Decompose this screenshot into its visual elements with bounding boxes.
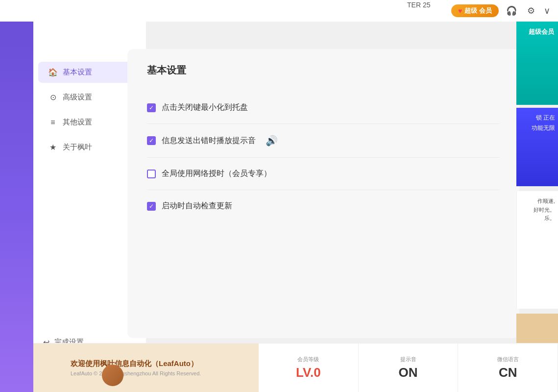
list-icon: ≡: [48, 118, 58, 127]
lock-panel: 锁 正在 功能无限: [516, 108, 558, 186]
msg-text-1: 作顺遂,: [520, 197, 555, 206]
stat-item-level: 会员等级 LV.0: [259, 343, 359, 392]
setting-item-auto-update: 启动时自动检查更新: [147, 190, 500, 222]
msg-panel: 作顺遂, 好时光。 乐。: [516, 191, 558, 309]
checkbox-minimize[interactable]: [147, 103, 156, 112]
settings-icon[interactable]: ⚙: [524, 4, 538, 18]
setting-item-minimize: 点击关闭键最小化到托盘: [147, 92, 500, 124]
bottom-bar: 欢迎使用枫叶信息自动化（LeafAuto） LeafAuto © 2025 Ya…: [33, 343, 558, 392]
setting-item-network: 全局使用网络授时（会员专享）: [147, 158, 500, 190]
top-bar: TER 25 ♥ 超级 会员 🎧 ⚙ ∨: [0, 0, 558, 22]
welcome-section: 欢迎使用枫叶信息自动化（LeafAuto） LeafAuto © 2025 Ya…: [33, 343, 259, 392]
chevron-down-icon[interactable]: ∨: [544, 5, 550, 16]
stat-item-lang: 微信语言 CN: [458, 343, 558, 392]
vip-promo-panel: 超级会员: [516, 22, 558, 105]
heart-icon: ♥: [458, 7, 462, 15]
checkbox-auto-update[interactable]: [147, 202, 156, 211]
stat-label-sound: 提示音: [400, 356, 416, 363]
stat-section: 会员等级 LV.0 提示音 ON 微信语言 CN: [259, 343, 558, 392]
settings-title: 基本设置: [147, 64, 500, 77]
vip-promo-text: 超级会员: [516, 22, 558, 42]
stat-value-level: LV.0: [296, 365, 321, 380]
checkbox-network[interactable]: [147, 170, 156, 178]
star-icon: ★: [48, 143, 58, 152]
setting-label-error-sound: 信息发送出错时播放提示音: [162, 136, 256, 146]
nav-item-advanced[interactable]: ⊙ 高级设置: [38, 87, 141, 108]
checkbox-error-sound[interactable]: [147, 136, 156, 145]
gear-icon: ⊙: [48, 93, 58, 102]
vip-label: 超级 会员: [464, 6, 492, 15]
lock-text-1: 锁 正在: [536, 114, 555, 122]
nav-item-about[interactable]: ★ 关于枫叶: [38, 137, 141, 158]
speaker-icon[interactable]: 🔊: [266, 135, 278, 147]
msg-text-2: 好时光。: [520, 206, 555, 215]
welcome-sub: LeafAuto © 2025 Yangshengzhou All Rights…: [71, 370, 251, 376]
home-icon: 🏠: [48, 68, 58, 77]
lock-text-2: 功能无限: [532, 124, 555, 132]
welcome-title: 欢迎使用枫叶信息自动化（LeafAuto）: [71, 359, 251, 368]
settings-panel: 基本设置 点击关闭键最小化到托盘 信息发送出错时播放提示音 🔊 全局使用网络授时…: [127, 49, 519, 338]
nav-other-label: 其他设置: [63, 118, 92, 127]
setting-label-network: 全局使用网络授时（会员专享）: [162, 169, 271, 179]
sidebar-background: [0, 22, 33, 392]
stat-value-sound: ON: [399, 365, 418, 380]
stat-value-lang: CN: [499, 365, 517, 380]
nav-about-label: 关于枫叶: [63, 143, 92, 152]
setting-label-minimize: 点击关闭键最小化到托盘: [162, 102, 248, 113]
user-avatar: [102, 365, 123, 386]
setting-label-auto-update: 启动时自动检查更新: [162, 201, 232, 211]
stat-label-lang: 微信语言: [497, 356, 519, 363]
msg-text-3: 乐。: [520, 214, 555, 223]
ter-badge: TER 25: [407, 1, 430, 9]
nav-advanced-label: 高级设置: [63, 93, 92, 102]
nav-item-other[interactable]: ≡ 其他设置: [38, 112, 141, 133]
stat-item-sound: 提示音 ON: [359, 343, 459, 392]
nav-basic-label: 基本设置: [63, 68, 92, 77]
vip-badge-button[interactable]: ♥ 超级 会员: [451, 4, 499, 17]
setting-item-error-sound: 信息发送出错时播放提示音 🔊: [147, 124, 500, 158]
headset-icon[interactable]: 🎧: [505, 4, 518, 18]
nav-item-basic[interactable]: 🏠 基本设置: [38, 62, 141, 83]
stat-label-level: 会员等级: [297, 356, 319, 363]
